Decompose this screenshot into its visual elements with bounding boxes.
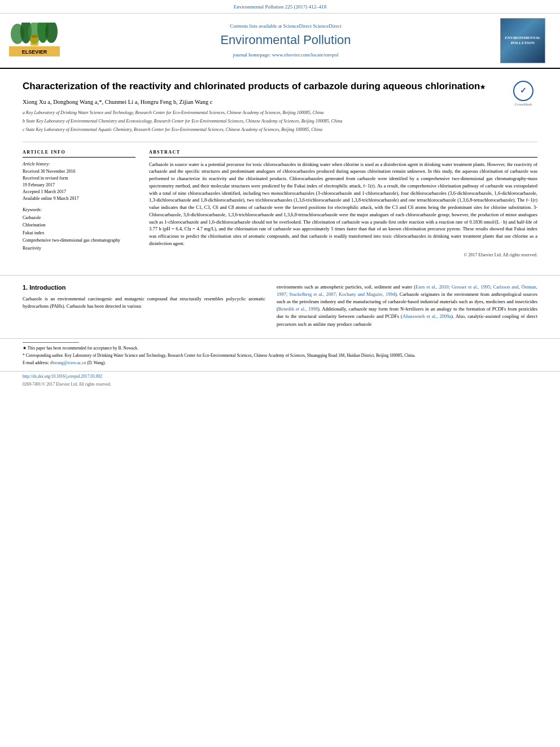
article-title-section: Characterization of the reactivity and c… (23, 80, 537, 143)
body-right-column: environments such as atmospheric particl… (277, 283, 537, 333)
sciencedirect-link[interactable]: ScienceDirect (313, 23, 341, 29)
info-abstract-columns: ARTICLE INFO Article history: Received 3… (23, 149, 537, 257)
section-divider (0, 275, 560, 276)
crossmark-label: CrossMark (514, 102, 532, 108)
affiliation-b: b State Key Laboratory of Environmental … (23, 118, 537, 125)
journal-title: Environmental Pollution (82, 32, 489, 49)
keyword-4: Comprehensive two-dimensional gas chroma… (23, 237, 135, 244)
keyword-3: Fukui index (23, 229, 135, 237)
sciencedirect-text: Contents lists available at ScienceDirec… (82, 23, 489, 30)
svg-text:ELSEVIER: ELSEVIER (22, 49, 47, 55)
footnotes-area: ★ This paper has been recommended for ac… (0, 338, 560, 366)
journal-cover-area: ENVIRONMENTALPOLLUTION (495, 18, 551, 63)
keywords-list: Carbazole Chlorination Fukui index Compr… (23, 214, 135, 252)
svg-point-6 (45, 23, 58, 43)
intro-paragraph-1: Carbazole is an environmental carcinogen… (23, 295, 265, 310)
affiliation-a: a Key Laboratory of Drinking Water Scien… (23, 110, 537, 116)
email-link[interactable]: dhwang@rcees.ac.cn (50, 360, 86, 365)
journal-cover: ENVIRONMENTALPOLLUTION (500, 18, 545, 63)
svg-rect-7 (30, 37, 38, 46)
article-history-label: Article history: Received 30 November 20… (23, 161, 135, 202)
crossmark-icon: ✓ (513, 81, 533, 101)
keyword-2: Chlorination (23, 221, 135, 229)
article-info-header: ARTICLE INFO (23, 149, 135, 157)
elsevier-logo-area: ELSEVIER (9, 23, 77, 59)
ref-benedik: Benedik et al., 1998 (278, 306, 318, 312)
article-title: Characterization of the reactivity and c… (23, 80, 537, 93)
issn-line: 0269-7491/© 2017 Elsevier Ltd. All right… (0, 382, 560, 392)
page: Environmental Pollution 225 (2017) 412–4… (0, 0, 560, 747)
body-left-column: 1. Introduction Carbazole is an environm… (23, 283, 265, 333)
abstract-column: ABSTRACT Carbazole in source water is a … (149, 149, 537, 257)
keyword-1: Carbazole (23, 214, 135, 222)
keywords-section: Keywords: Carbazole Chlorination Fukui i… (23, 207, 135, 252)
keyword-5: Reactivity (23, 244, 135, 252)
doi-line: http://dx.doi.org/10.1016/j.envpol.2017.… (0, 371, 560, 382)
homepage-url[interactable]: www.elsevier.com/locate/envpol (272, 52, 338, 58)
affiliation-c: c State Key Laboratory of Environmental … (23, 126, 537, 133)
footnote-divider (23, 342, 79, 343)
copyright-line: © 2017 Elsevier Ltd. All rights reserved… (149, 252, 537, 258)
ref-esen: Esen et al., 2010; Grosser et al., 1995;… (277, 284, 537, 297)
journal-reference: Environmental Pollution 225 (2017) 412–4… (234, 4, 327, 10)
journal-header-center: Contents lists available at ScienceDirec… (77, 23, 495, 59)
article-content: Characterization of the reactivity and c… (0, 69, 560, 267)
footnote-email: E-mail address: dhwang@rcees.ac.cn (D. W… (23, 360, 537, 366)
abstract-header: ABSTRACT (149, 149, 537, 157)
intro-section-title: 1. Introduction (23, 283, 265, 292)
top-bar: Environmental Pollution 225 (2017) 412–4… (0, 0, 560, 14)
elsevier-logo-svg: ELSEVIER (9, 23, 60, 56)
body-columns: 1. Introduction Carbazole is an environm… (0, 283, 560, 333)
abstract-text: Carbazole in source water is a potential… (149, 161, 537, 247)
article-info-column: ARTICLE INFO Article history: Received 3… (23, 149, 135, 257)
footnote-2: * Corresponding author. Key Laboratory o… (23, 352, 537, 359)
intro-paragraph-2: environments such as atmospheric particl… (277, 283, 537, 328)
authors-line: Xiong Xu a, Donghong Wang a,*, Chunmei L… (23, 98, 537, 107)
ref-altarawneh: Altarawneh et al., 2009a (403, 313, 451, 319)
svg-rect-8 (32, 35, 37, 38)
homepage-line: journal homepage: www.elsevier.com/locat… (82, 51, 489, 59)
doi-url[interactable]: http://dx.doi.org/10.1016/j.envpol.2017.… (23, 374, 102, 379)
footnote-1: ★ This paper has been recommended for ac… (23, 345, 537, 351)
journal-header: ELSEVIER Contents lists available at Sci… (0, 14, 560, 69)
crossmark-badge: ✓ CrossMark (509, 80, 537, 108)
